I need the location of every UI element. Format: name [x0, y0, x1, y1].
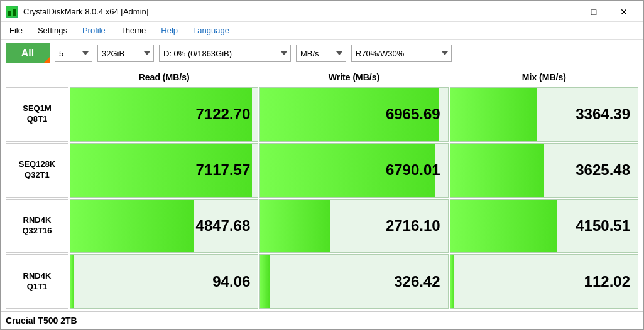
- menu-settings[interactable]: Settings: [31, 24, 74, 37]
- close-button[interactable]: ✕: [609, 4, 638, 20]
- all-button[interactable]: All: [6, 43, 50, 63]
- count-select[interactable]: 13510: [55, 45, 92, 62]
- value-mix: 3625.48: [576, 161, 630, 179]
- header-mix: Mix (MB/s): [450, 70, 638, 85]
- value-cell-mix: 4150.51: [450, 199, 638, 253]
- window-title: CrystalDiskMark 8.0.4 x64 [Admin]: [23, 7, 148, 16]
- table-row: RND4KQ32T164847.682716.104150.51: [6, 199, 638, 253]
- minimize-button[interactable]: —: [549, 4, 578, 20]
- value-cell-mix: 112.02: [450, 254, 638, 309]
- value-write: 326.42: [394, 273, 440, 290]
- app-window: CrystalDiskMark 8.0.4 x64 [Admin] — □ ✕ …: [0, 0, 644, 330]
- value-bar: [70, 200, 194, 253]
- menu-bar: File Settings Profile Theme Help Languag…: [1, 22, 643, 40]
- table-row: SEQ128KQ32T17117.576790.013625.48: [6, 143, 638, 198]
- value-read: 7117.57: [196, 161, 251, 179]
- menu-profile[interactable]: Profile: [76, 24, 112, 37]
- value-read: 7122.70: [196, 105, 251, 123]
- value-cell-read: 94.06: [70, 254, 258, 309]
- value-mix: 4150.51: [576, 217, 630, 235]
- title-bar-left: CrystalDiskMark 8.0.4 x64 [Admin]: [6, 6, 148, 18]
- app-icon: [6, 6, 18, 18]
- footer: Crucial T500 2TB: [1, 311, 643, 329]
- drive-select[interactable]: D: 0% (0/1863GiB): [159, 45, 291, 62]
- maximize-button[interactable]: □: [579, 4, 608, 20]
- value-cell-mix: 3364.39: [450, 87, 638, 142]
- value-cell-read: 7117.57: [70, 143, 258, 198]
- value-bar: [260, 200, 329, 253]
- value-cell-write: 6790.01: [259, 143, 448, 198]
- table-row: SEQ1MQ8T17122.706965.693364.39: [6, 87, 638, 142]
- value-bar: [450, 144, 544, 197]
- value-bar: [450, 255, 454, 308]
- size-select[interactable]: 1GiB4GiB8GiB16GiB32GiB64GiB: [97, 45, 154, 62]
- title-bar: CrystalDiskMark 8.0.4 x64 [Admin] — □ ✕: [1, 1, 643, 22]
- menu-theme[interactable]: Theme: [114, 24, 152, 37]
- table-row: RND4KQ1T194.06326.42112.02: [6, 254, 638, 309]
- menu-file[interactable]: File: [3, 24, 29, 37]
- profile-select[interactable]: DefaultPeakReal WorldDemoR70%/W30%: [351, 45, 452, 62]
- row-label: RND4KQ32T16: [6, 199, 68, 253]
- toolbar: All 13510 1GiB4GiB8GiB16GiB32GiB64GiB D:…: [1, 40, 643, 67]
- value-cell-read: 7122.70: [70, 87, 258, 142]
- value-read: 4847.68: [196, 217, 251, 235]
- value-bar: [450, 200, 557, 253]
- row-label: RND4KQ1T1: [6, 254, 68, 309]
- title-controls: — □ ✕: [549, 4, 638, 20]
- value-cell-read: 4847.68: [70, 199, 258, 253]
- value-bar: [450, 88, 537, 141]
- svg-rect-1: [8, 11, 11, 16]
- row-label: SEQ128KQ32T1: [6, 143, 68, 198]
- svg-rect-2: [13, 9, 16, 16]
- unit-select[interactable]: MB/sGB/sIOPSμs: [296, 45, 346, 62]
- value-read: 94.06: [212, 273, 250, 290]
- column-headers: Read (MB/s) Write (MB/s) Mix (MB/s): [6, 70, 638, 85]
- data-rows: SEQ1MQ8T17122.706965.693364.39SEQ128KQ32…: [6, 87, 638, 309]
- footer-text: Crucial T500 2TB: [6, 316, 77, 326]
- header-col0: [6, 70, 68, 85]
- header-read: Read (MB/s): [70, 70, 258, 85]
- header-write: Write (MB/s): [259, 70, 448, 85]
- menu-help[interactable]: Help: [155, 24, 184, 37]
- value-bar: [260, 255, 270, 308]
- row-label: SEQ1MQ8T1: [6, 87, 68, 142]
- value-mix: 3364.39: [576, 105, 630, 123]
- value-write: 6790.01: [386, 161, 440, 179]
- value-mix: 112.02: [584, 273, 630, 290]
- value-cell-mix: 3625.48: [450, 143, 638, 198]
- menu-language[interactable]: Language: [187, 24, 236, 37]
- value-cell-write: 6965.69: [259, 87, 448, 142]
- value-write: 6965.69: [386, 105, 440, 123]
- value-bar: [70, 255, 74, 308]
- value-cell-write: 326.42: [259, 254, 448, 309]
- value-write: 2716.10: [386, 217, 440, 235]
- value-cell-write: 2716.10: [259, 199, 448, 253]
- main-content: Read (MB/s) Write (MB/s) Mix (MB/s) SEQ1…: [1, 67, 643, 311]
